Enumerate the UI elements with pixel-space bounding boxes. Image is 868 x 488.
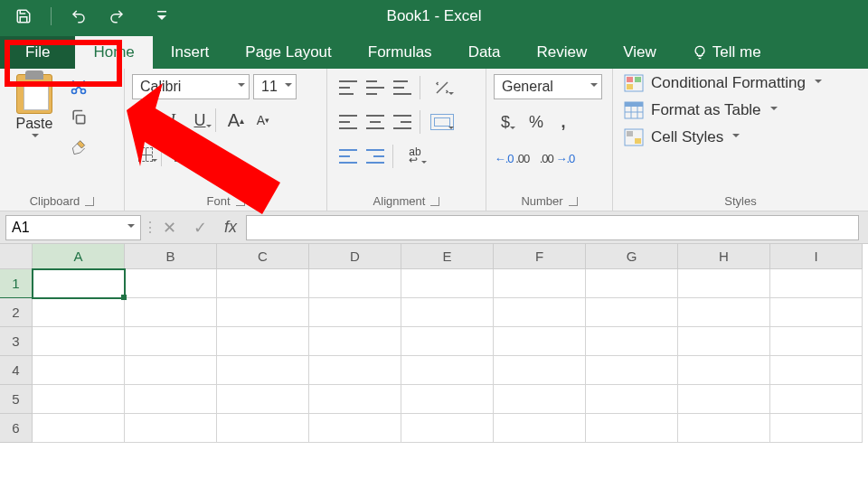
cell[interactable] <box>770 298 863 327</box>
font-size-combo[interactable]: 11 <box>253 74 297 99</box>
cell[interactable] <box>217 327 309 356</box>
grow-font-button[interactable]: A▴ <box>222 107 250 134</box>
orientation-button[interactable] <box>429 74 456 101</box>
column-header[interactable]: D <box>309 244 401 269</box>
column-header[interactable]: E <box>401 244 494 269</box>
underline-button[interactable]: U <box>186 107 213 134</box>
align-right-button[interactable] <box>389 108 416 136</box>
number-format-combo[interactable]: General <box>494 74 602 99</box>
cell[interactable] <box>217 356 309 385</box>
font-name-combo[interactable]: Calibri <box>132 74 250 99</box>
percent-format-button[interactable]: % <box>526 108 546 136</box>
tab-tell-me[interactable]: Tell me <box>675 36 761 69</box>
increase-decimal-button[interactable]: ←.0 .00 <box>494 145 530 172</box>
cell[interactable] <box>494 414 586 443</box>
cell[interactable] <box>33 298 125 327</box>
cell[interactable] <box>125 356 217 385</box>
italic-button[interactable]: I <box>159 107 186 134</box>
cell[interactable] <box>125 298 217 327</box>
select-all-corner[interactable] <box>0 244 33 269</box>
tab-insert[interactable]: Insert <box>153 36 228 69</box>
cell[interactable] <box>494 385 586 414</box>
cell[interactable] <box>770 269 863 298</box>
cell[interactable] <box>770 414 863 443</box>
tab-home[interactable]: Home <box>75 36 152 69</box>
cell[interactable] <box>125 385 217 414</box>
cell[interactable] <box>33 414 125 443</box>
cell[interactable] <box>678 327 770 356</box>
dialog-launcher-icon[interactable] <box>85 197 94 206</box>
cell[interactable] <box>309 327 401 356</box>
cell[interactable] <box>401 356 494 385</box>
cell[interactable] <box>494 269 586 298</box>
bold-button[interactable]: B <box>132 107 159 134</box>
align-top-button[interactable] <box>335 74 362 101</box>
dialog-launcher-icon[interactable] <box>569 197 578 206</box>
tab-review[interactable]: Review <box>519 36 606 69</box>
cell[interactable] <box>33 385 125 414</box>
increase-indent-button[interactable] <box>362 143 389 170</box>
decrease-indent-button[interactable] <box>335 143 362 170</box>
column-header[interactable]: F <box>494 244 586 269</box>
cell[interactable] <box>586 356 678 385</box>
cell[interactable] <box>586 385 678 414</box>
cell[interactable] <box>401 298 494 327</box>
fill-color-button[interactable] <box>168 141 195 168</box>
enter-formula-button[interactable]: ✓ <box>184 215 215 240</box>
undo-icon[interactable] <box>68 5 90 27</box>
cell[interactable] <box>678 298 770 327</box>
cell[interactable] <box>494 298 586 327</box>
cancel-formula-button[interactable]: ✕ <box>154 215 184 240</box>
column-header[interactable]: C <box>217 244 309 269</box>
redo-icon[interactable] <box>106 5 127 27</box>
format-painter-icon[interactable] <box>69 139 89 157</box>
align-center-button[interactable] <box>362 108 389 136</box>
cell[interactable] <box>586 414 678 443</box>
cell[interactable] <box>33 356 125 385</box>
paste-button[interactable]: Paste <box>7 74 61 192</box>
cell[interactable] <box>770 356 863 385</box>
cell[interactable] <box>309 269 401 298</box>
row-header[interactable]: 5 <box>0 385 33 414</box>
cell[interactable] <box>678 385 770 414</box>
tab-page-layout[interactable]: Page Layout <box>227 36 349 69</box>
cell[interactable] <box>678 414 770 443</box>
dialog-launcher-icon[interactable] <box>430 197 439 206</box>
cell[interactable] <box>494 356 586 385</box>
font-color-button[interactable]: A <box>195 141 222 168</box>
cell[interactable] <box>309 385 401 414</box>
row-header[interactable]: 2 <box>0 298 33 327</box>
shrink-font-button[interactable]: A▾ <box>250 107 277 134</box>
cell[interactable] <box>309 414 401 443</box>
column-header[interactable]: H <box>678 244 770 269</box>
cell[interactable] <box>401 269 494 298</box>
column-header[interactable]: I <box>770 244 863 269</box>
merge-center-button[interactable] <box>429 108 456 136</box>
align-left-button[interactable] <box>335 108 362 136</box>
row-header[interactable]: 4 <box>0 356 33 385</box>
name-box[interactable]: A1 <box>5 215 141 240</box>
comma-format-button[interactable]: , <box>555 108 571 136</box>
column-header[interactable]: G <box>586 244 678 269</box>
cell[interactable] <box>217 269 309 298</box>
worksheet-grid[interactable]: A B C D E F G H I 1 2 3 4 5 6 <box>0 244 868 443</box>
cell[interactable] <box>678 356 770 385</box>
cell[interactable] <box>125 269 217 298</box>
align-bottom-button[interactable] <box>389 74 416 101</box>
copy-icon[interactable] <box>69 108 89 127</box>
cell[interactable] <box>125 327 217 356</box>
decrease-decimal-button[interactable]: .00 →.0 <box>539 145 575 172</box>
column-header[interactable]: B <box>125 244 217 269</box>
tab-formulas[interactable]: Formulas <box>350 36 450 69</box>
cell[interactable] <box>309 298 401 327</box>
tab-file[interactable]: File <box>0 36 75 69</box>
conditional-formatting-button[interactable]: Conditional Formatting <box>624 74 822 92</box>
row-header[interactable]: 3 <box>0 327 33 356</box>
cell-styles-button[interactable]: Cell Styles <box>624 128 822 146</box>
customize-qat-icon[interactable] <box>151 5 173 27</box>
cell[interactable] <box>586 298 678 327</box>
save-icon[interactable] <box>13 5 34 27</box>
cell[interactable] <box>494 327 586 356</box>
cell[interactable] <box>217 385 309 414</box>
borders-button[interactable] <box>132 141 159 168</box>
